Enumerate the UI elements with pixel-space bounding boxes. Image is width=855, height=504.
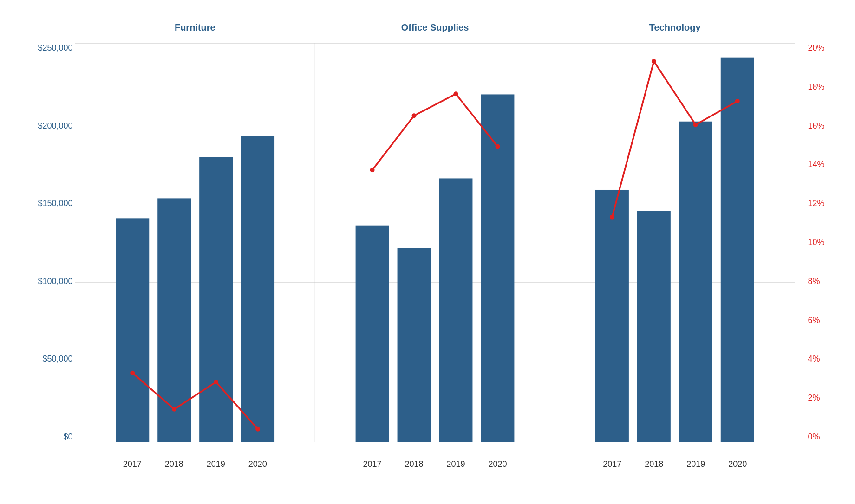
- x-label-Furniture-2019: 2019: [207, 459, 225, 469]
- y-left-tick-4: $200,000: [38, 121, 73, 131]
- x-label-Technology-2018: 2018: [645, 459, 663, 469]
- section-label-furniture: Furniture: [175, 22, 215, 33]
- profit-dot-11: [735, 99, 739, 103]
- bar-Furniture-2018: [157, 198, 191, 442]
- profit-dot-1: [172, 407, 176, 412]
- x-label-Office Supplies-2019: 2019: [446, 459, 465, 469]
- x-label-Furniture-2017: 2017: [123, 459, 142, 469]
- profit-dot-5: [411, 113, 416, 118]
- y-axis-left: $250,000 $200,000 $150,000 $100,000 $50,…: [38, 43, 73, 442]
- y-left-tick-1: $50,000: [43, 354, 73, 364]
- bar-Office Supplies-2019: [439, 178, 472, 442]
- profit-dot-6: [453, 91, 458, 96]
- y-left-tick-5: $250,000: [38, 43, 73, 53]
- y-left-tick-0: $0: [64, 432, 73, 442]
- x-label-Office Supplies-2018: 2018: [405, 459, 423, 469]
- y-right-tick-6: 12%: [808, 199, 824, 208]
- y-right-tick-3: 6%: [808, 316, 820, 325]
- y-right-tick-5: 10%: [808, 238, 824, 247]
- profit-dot-10: [693, 123, 698, 127]
- section-label-technology: Technology: [649, 22, 701, 33]
- profit-line-segment-9: [653, 61, 695, 125]
- profit-line-segment-8: [612, 61, 653, 217]
- x-label-Technology-2017: 2017: [603, 459, 621, 469]
- section-label-office-supplies: Office Supplies: [401, 22, 469, 33]
- y-right-tick-9: 18%: [808, 82, 824, 92]
- x-label-Technology-2020: 2020: [728, 459, 747, 469]
- chart-container: $250,000 $200,000 $150,000 $100,000 $50,…: [33, 25, 822, 479]
- profit-dot-7: [495, 144, 500, 149]
- bar-Office Supplies-2018: [397, 248, 431, 442]
- bar-Technology-2018: [637, 211, 670, 442]
- y-left-tick-3: $150,000: [38, 199, 73, 208]
- chart-svg: [75, 43, 795, 442]
- y-axis-right: 20% 18% 16% 14% 12% 10% 8% 6% 4% 2% 0%: [808, 43, 824, 442]
- y-right-tick-8: 16%: [808, 121, 824, 131]
- profit-dot-4: [370, 168, 374, 172]
- chart-area: $250,000 $200,000 $150,000 $100,000 $50,…: [75, 43, 795, 442]
- y-right-tick-10: 20%: [808, 43, 824, 53]
- profit-dot-8: [609, 215, 614, 220]
- bar-Furniture-2019: [199, 157, 233, 442]
- x-label-Office Supplies-2017: 2017: [363, 459, 381, 469]
- bar-Technology-2019: [679, 122, 712, 442]
- y-right-tick-4: 8%: [808, 277, 820, 286]
- profit-dot-0: [130, 371, 135, 375]
- x-label-Furniture-2018: 2018: [165, 459, 183, 469]
- profit-dot-3: [255, 427, 260, 432]
- bar-Furniture-2017: [116, 218, 149, 442]
- y-right-tick-1: 2%: [808, 393, 820, 403]
- bar-Technology-2017: [595, 190, 628, 442]
- bar-Office Supplies-2017: [355, 226, 389, 442]
- profit-line-segment-4: [372, 116, 414, 170]
- y-right-tick-2: 4%: [808, 354, 820, 364]
- profit-line-segment-5: [414, 94, 456, 116]
- y-right-tick-7: 14%: [808, 160, 824, 169]
- bar-Furniture-2020: [241, 136, 274, 442]
- bar-Technology-2020: [720, 58, 754, 442]
- y-left-tick-2: $100,000: [38, 277, 73, 286]
- x-label-Furniture-2020: 2020: [248, 459, 267, 469]
- x-label-Office Supplies-2020: 2020: [488, 459, 507, 469]
- x-label-Technology-2019: 2019: [686, 459, 705, 469]
- y-right-tick-0: 0%: [808, 432, 820, 442]
- profit-dot-2: [214, 380, 218, 384]
- profit-dot-9: [651, 59, 656, 64]
